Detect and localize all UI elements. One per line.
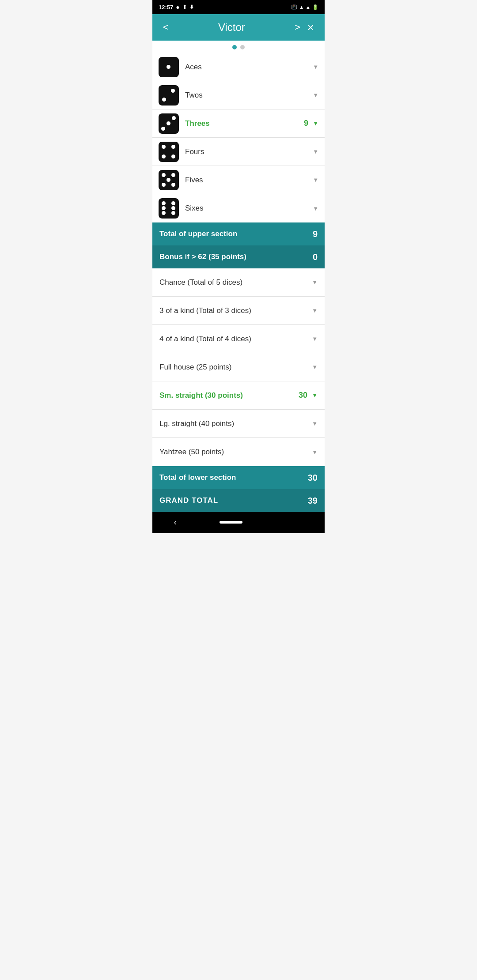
sm-straight-row[interactable]: Sm. straight (30 points) 30 ▼: [152, 381, 325, 410]
fours-label: Fours: [185, 147, 311, 156]
fours-chevron: ▼: [313, 148, 318, 155]
lower-total-label: Total of lower section: [159, 473, 236, 482]
full-house-row[interactable]: Full house (25 points) ▼: [152, 353, 325, 381]
sixes-label: Sixes: [185, 204, 311, 213]
upper-total-value: 9: [313, 229, 318, 239]
twos-label: Twos: [185, 91, 311, 100]
fives-label: Fives: [185, 176, 311, 185]
sm-straight-chevron: ▼: [312, 392, 318, 399]
pagination-dots: [152, 41, 325, 53]
chance-chevron: ▼: [312, 279, 318, 286]
threes-score: 9: [304, 119, 308, 128]
signal-icon: ▲: [306, 4, 310, 10]
chance-label: Chance (Total of 5 dices): [159, 278, 310, 287]
time-display: 12:57: [159, 4, 173, 11]
fives-row[interactable]: Fives ▼: [152, 166, 325, 194]
header: < Victor > ×: [152, 14, 325, 41]
dot-2: [240, 45, 245, 49]
three-kind-chevron: ▼: [312, 307, 318, 314]
fives-dice-icon: [159, 170, 179, 190]
page-title: Victor: [172, 21, 291, 34]
home-indicator[interactable]: [220, 521, 242, 524]
upper-total-row: Total of upper section 9: [152, 222, 325, 245]
download-icon: ⬇: [189, 4, 194, 10]
yahtzee-chevron: ▼: [312, 449, 318, 456]
aces-chevron: ▼: [313, 64, 318, 70]
sm-straight-label: Sm. straight (30 points): [159, 391, 299, 400]
aces-label: Aces: [185, 63, 311, 72]
full-house-chevron: ▼: [312, 364, 318, 370]
aces-dice-icon: [159, 57, 179, 77]
forward-button[interactable]: >: [291, 19, 304, 36]
lg-straight-label: Lg. straight (40 points): [159, 419, 310, 428]
whatsapp-icon: ●: [176, 4, 179, 11]
dot-1: [232, 45, 237, 49]
sixes-row[interactable]: Sixes ▼: [152, 194, 325, 222]
status-left: 12:57 ● ⬆ ⬇: [159, 4, 194, 11]
upper-total-label: Total of upper section: [159, 230, 237, 238]
lower-section-list: Chance (Total of 5 dices) ▼ 3 of a kind …: [152, 268, 325, 466]
twos-row[interactable]: Twos ▼: [152, 81, 325, 109]
three-kind-label: 3 of a kind (Total of 3 dices): [159, 306, 310, 315]
lg-straight-row[interactable]: Lg. straight (40 points) ▼: [152, 410, 325, 438]
status-bar: 12:57 ● ⬆ ⬇ 📳 ▲ ▲ 🔋: [152, 0, 325, 14]
status-right: 📳 ▲ ▲ 🔋: [291, 4, 318, 10]
threes-chevron: ▼: [313, 120, 318, 127]
battery-icon: 🔋: [312, 4, 318, 10]
grand-total-row: GRAND TOTAL 39: [152, 489, 325, 512]
yahtzee-label: Yahtzee (50 points): [159, 448, 310, 456]
fours-dice-icon: [159, 142, 179, 162]
lg-straight-chevron: ▼: [312, 420, 318, 427]
grand-total-label: GRAND TOTAL: [159, 496, 218, 505]
vibrate-icon: 📳: [291, 4, 297, 10]
aces-row[interactable]: Aces ▼: [152, 53, 325, 81]
upload-icon: ⬆: [182, 4, 187, 10]
upper-section-list: Aces ▼ Twos ▼ Threes 9 ▼ Fou: [152, 53, 325, 222]
bonus-label: Bonus if > 62 (35 points): [159, 253, 246, 261]
wifi-icon: ▲: [299, 4, 304, 10]
threes-dice-icon: [159, 113, 179, 134]
twos-dice-icon: [159, 85, 179, 106]
sm-straight-score: 30: [299, 391, 307, 400]
grand-total-value: 39: [308, 496, 318, 506]
twos-chevron: ▼: [313, 92, 318, 98]
full-house-label: Full house (25 points): [159, 363, 310, 372]
yahtzee-row[interactable]: Yahtzee (50 points) ▼: [152, 438, 325, 466]
three-kind-row[interactable]: 3 of a kind (Total of 3 dices) ▼: [152, 297, 325, 325]
sixes-chevron: ▼: [313, 205, 318, 212]
sixes-dice-icon: [159, 198, 179, 219]
lower-total-value: 30: [308, 473, 318, 483]
fours-row[interactable]: Fours ▼: [152, 138, 325, 166]
bonus-value: 0: [313, 252, 318, 262]
four-kind-chevron: ▼: [312, 335, 318, 342]
back-button[interactable]: <: [159, 19, 172, 36]
system-back-button[interactable]: ‹: [174, 518, 177, 527]
threes-row[interactable]: Threes 9 ▼: [152, 109, 325, 138]
four-kind-label: 4 of a kind (Total of 4 dices): [159, 335, 310, 343]
threes-label: Threes: [185, 119, 304, 128]
bonus-row: Bonus if > 62 (35 points) 0: [152, 245, 325, 268]
fives-chevron: ▼: [313, 177, 318, 183]
four-kind-row[interactable]: 4 of a kind (Total of 4 dices) ▼: [152, 325, 325, 353]
lower-total-row: Total of lower section 30: [152, 466, 325, 489]
close-button[interactable]: ×: [304, 18, 318, 37]
chance-row[interactable]: Chance (Total of 5 dices) ▼: [152, 268, 325, 297]
nav-bar: ‹: [152, 512, 325, 533]
